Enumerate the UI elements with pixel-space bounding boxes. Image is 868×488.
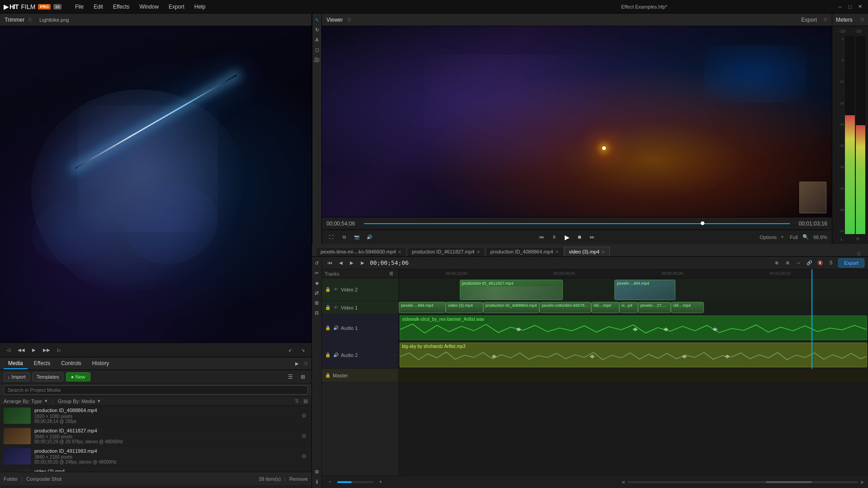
search-input[interactable] [4,385,308,394]
viewer-play-pause[interactable]: ▶ [562,232,572,242]
editor-info-icon[interactable]: ℹ [312,477,321,486]
maximize-button[interactable]: □ [845,2,854,11]
sort-icon[interactable]: ⇅ [295,398,299,404]
tl-play[interactable]: ▶ [347,258,356,267]
trim-mark-out[interactable]: ▷ [54,345,64,355]
tab-effects[interactable]: Effects [29,358,55,369]
menu-effects[interactable]: Effects [108,2,134,12]
editor-tool-0[interactable]: ↺ [312,258,321,267]
clip-v1-7[interactable]: pexels-...27.mp4 [638,302,671,313]
editor-tool-5[interactable]: ⊟ [312,308,321,317]
clip-v2-2[interactable]: pexels-...484.mp4 [614,280,675,300]
viewer-fullscreen-icon[interactable]: ⛶ [326,232,336,242]
media-settings-icon[interactable]: ⚙ [300,452,308,460]
media-settings-icon[interactable]: ⚙ [300,412,308,420]
tl-step-back[interactable]: ◀ [336,258,345,267]
tool-mask[interactable]: ◻ [312,45,321,54]
editor-tab-1[interactable]: production ID_4611827.mp4 ✕ [407,247,485,256]
editor-tab-2[interactable]: production ID_4088864.mp4 ✕ [486,247,564,256]
audio1-clip[interactable]: sidewalk-strut_by_rex-banner_Artlist.wav [400,315,867,340]
tool-camera[interactable]: 🎥 [312,55,321,64]
viewer-step-back[interactable]: ⏸ [549,232,559,242]
tab-controls[interactable]: Controls [57,358,86,369]
group-by-label[interactable]: Group By: Media [58,399,95,404]
clip-v1-8[interactable]: vld....mp4 [671,302,704,313]
arrange-by-label[interactable]: Arrange By: Type [4,399,42,404]
editor-tab-0[interactable]: pexels-tima-mi-...ko-5846600.mp4 ✕ [316,247,406,256]
clip-v1-4[interactable]: pexels-cottonbro-5657831.mp4 [539,302,591,313]
tool-text[interactable]: A [312,35,321,44]
export-menu-icon[interactable]: ☰ [823,17,827,22]
track-lock-v1[interactable]: 🔒 [325,305,331,311]
viewer-stop[interactable]: ⏹ [575,232,585,242]
list-item[interactable]: production ID_4611827.mp4 3840 × 2160 pi… [0,426,311,446]
menu-help[interactable]: Help [190,2,210,12]
tool-select[interactable]: ↖ [312,15,321,24]
composite-shot-label[interactable]: Composite Shot [26,476,61,482]
tool-transform[interactable]: ↻ [312,25,321,34]
timeline-export-button[interactable]: Export [838,258,864,267]
minimize-button[interactable]: ─ [835,2,844,11]
playhead-marker[interactable] [701,221,704,225]
tab-history[interactable]: History [88,358,113,369]
clip-v1-5[interactable]: vld....mp4 [591,302,619,313]
tracks-menu-icon[interactable]: ☰ [387,269,396,278]
view-grid-icon[interactable]: ⊞ [298,372,308,382]
viewer-goto-end[interactable]: ⏭ [587,232,597,242]
tl-scroll-right[interactable]: ▶ [861,479,864,484]
track-lock-a2[interactable]: 🔒 [325,352,331,358]
tab-close-1[interactable]: ✕ [476,249,480,254]
editor-tool-4[interactable]: ⊞ [312,298,321,307]
editor-tabs-menu[interactable]: ☰ [857,251,861,256]
editor-tool-1[interactable]: ✂ [312,268,321,277]
folder-label[interactable]: Folder [4,476,18,482]
templates-button[interactable]: Templates [33,372,63,381]
clip-v1-3[interactable]: production ID_4088864.mp4 [483,302,540,313]
list-item[interactable]: production ID_4911983.mp4 3840 × 2160 pi… [0,446,311,467]
clip-v1-2[interactable]: video (3).mp4 [446,302,483,313]
media-panel-menu[interactable]: ▶ [292,359,302,369]
menu-edit[interactable]: Edit [89,2,108,12]
close-button[interactable]: ✕ [855,2,864,11]
track-lock-master[interactable]: 🔒 [325,372,331,379]
trim-overwrite[interactable]: ↘ [298,345,308,355]
trim-step-back[interactable]: ◀◀ [16,345,26,355]
tl-goto-start[interactable]: ⏮ [326,258,335,267]
full-label[interactable]: Full [790,235,798,240]
tl-step-fwd[interactable]: ▶ [358,258,367,267]
track-lock-a1[interactable]: 🔒 [325,325,331,331]
tl-zoom-slider[interactable] [337,481,373,483]
tab-close-3[interactable]: ✕ [601,249,605,254]
ripple-icon[interactable]: ⊗ [783,258,792,267]
import-button[interactable]: ↓ Import [4,372,30,381]
viewer-menu-icon[interactable]: ☰ [347,17,351,22]
track-audio-icon-a2[interactable]: 🔊 [333,352,339,358]
sync-icon[interactable]: ↔ [794,258,803,267]
track-vol-a2[interactable]: ~ [393,353,396,357]
clip-v2-1[interactable]: production ID_4611827.mp4 [460,280,563,300]
tab-close-0[interactable]: ✕ [398,249,401,254]
tl-zoom-out[interactable]: − [326,478,335,487]
viewer-clone-icon[interactable]: ⧉ [339,232,349,242]
editor-tab-3[interactable]: video (3).mp4 ✕ [564,247,610,256]
trim-step-fwd[interactable]: ▶▶ [42,345,52,355]
link-icon[interactable]: 🔗 [805,258,814,267]
export-panel-title[interactable]: Export [801,17,817,23]
solo-icon[interactable]: S [826,258,835,267]
menu-file[interactable]: File [71,2,88,12]
viewer-goto-start[interactable]: ⏮ [537,232,547,242]
tab-close-2[interactable]: ✕ [555,249,559,254]
menu-export[interactable]: Export [164,2,189,12]
editor-tool-2[interactable]: ◈ [312,278,321,287]
track-eye-v1[interactable]: 👁 [333,305,339,311]
remove-label[interactable]: Remove [289,476,308,482]
track-eye-v2[interactable]: 👁 [333,286,339,293]
clip-v1-6[interactable]: vi...p4 [619,302,638,313]
mute-icon[interactable]: 🔇 [816,258,825,267]
new-button[interactable]: ● New [66,372,90,381]
trim-insert[interactable]: ↙ [285,345,295,355]
tl-zoom-in[interactable]: + [376,478,385,487]
list-item[interactable]: video (3).mp4 868 × 488 pixels 00;00;4… [0,467,311,472]
filter-icon[interactable]: ▦ [303,398,308,404]
view-list-icon[interactable]: ☰ [285,372,295,382]
